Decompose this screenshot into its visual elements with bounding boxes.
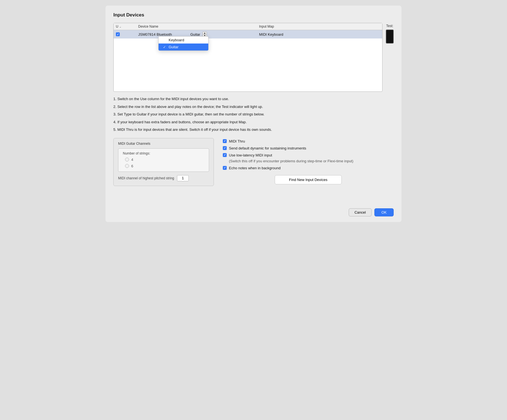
table-header: U ⌄ Device Name Input Map xyxy=(114,23,382,30)
chevron-down-icon: ⌄ xyxy=(119,25,121,28)
midi-channel-input[interactable]: 1 xyxy=(177,175,189,181)
strings-box: Number of strings: 4 6 xyxy=(118,148,209,172)
type-value: Guitar xyxy=(190,32,200,37)
test-indicator xyxy=(386,30,394,44)
radio-group: 4 6 xyxy=(125,158,204,168)
option-send-default: Send default dynamic for sustaining inst… xyxy=(223,146,394,150)
option-midi-thru: MIDI Thru xyxy=(223,139,394,143)
midi-guitar-title: MIDI Guitar Channels xyxy=(118,142,209,146)
radio-4-btn[interactable] xyxy=(125,158,129,161)
radio-4-label: 4 xyxy=(131,158,133,162)
send-default-checkbox[interactable] xyxy=(223,146,227,150)
low-latency-note: (Switch this off if you encounter proble… xyxy=(229,159,394,163)
use-checkbox[interactable] xyxy=(116,32,120,36)
table-section: U ⌄ Device Name Input Map JSM07814 Bluet… xyxy=(113,23,394,92)
low-latency-checkbox[interactable] xyxy=(223,153,227,157)
send-default-label: Send default dynamic for sustaining inst… xyxy=(229,146,306,150)
instructions: 1. Switch on the Use column for the MIDI… xyxy=(113,96,394,132)
option-low-latency: Use low-latency MIDI input xyxy=(223,153,394,157)
midi-channel-label: MIDI channel of highest pitched string xyxy=(118,176,174,180)
instruction-5: 5. MIDI Thru is for input devices that a… xyxy=(113,127,394,132)
use-col-label: U xyxy=(116,25,118,28)
input-map-text: MIDI Keyboard xyxy=(259,32,283,37)
guitar-option-label: Guitar xyxy=(169,45,178,49)
ok-button[interactable]: OK xyxy=(374,208,394,216)
stepper-up-icon[interactable]: ▲ xyxy=(203,32,207,34)
midi-thru-checkbox[interactable] xyxy=(223,139,227,143)
keyboard-option-label: Keyboard xyxy=(169,38,184,42)
midi-guitar-box: MIDI Guitar Channels Number of strings: … xyxy=(113,138,214,186)
col-header-input-map: Input Map xyxy=(259,25,380,28)
input-map-cell: MIDI Keyboard xyxy=(259,32,380,37)
dropdown-item-guitar[interactable]: ✓ Guitar xyxy=(159,44,208,50)
radio-4-strings[interactable]: 4 xyxy=(125,158,204,162)
midi-channel-row: MIDI channel of highest pitched string 1 xyxy=(118,175,209,181)
device-name-text: JSM07814 Bluetooth xyxy=(138,32,172,37)
device-table: U ⌄ Device Name Input Map JSM07814 Bluet… xyxy=(113,23,382,92)
input-devices-dialog: Input Devices U ⌄ Device Name Input Map … xyxy=(106,6,401,222)
col-header-device-name: Device Name xyxy=(138,25,259,28)
table-body: JSM07814 Bluetooth Guitar ▲ ▼ MIDI Keybo… xyxy=(114,30,382,91)
echo-notes-checkbox[interactable] xyxy=(223,166,227,170)
strings-label: Number of strings: xyxy=(123,151,204,155)
col-header-use: U ⌄ xyxy=(116,25,138,28)
find-devices-container: Find New Input Devices xyxy=(223,175,394,184)
dropdown-item-keyboard[interactable]: Keyboard xyxy=(159,37,208,44)
instruction-2: 2. Select the row in the list above and … xyxy=(113,104,394,110)
options-panel: MIDI Thru Send default dynamic for susta… xyxy=(223,138,394,184)
guitar-check: ✓ xyxy=(163,45,167,49)
instruction-3: 3. Set Type to Guitar if your input devi… xyxy=(113,112,394,117)
cancel-button[interactable]: Cancel xyxy=(349,208,372,216)
use-cell xyxy=(116,32,138,36)
radio-6-strings[interactable]: 6 xyxy=(125,164,204,168)
bottom-section: MIDI Guitar Channels Number of strings: … xyxy=(113,138,394,186)
echo-notes-label: Echo notes when in background xyxy=(229,166,281,170)
table-row[interactable]: JSM07814 Bluetooth Guitar ▲ ▼ MIDI Keybo… xyxy=(114,30,382,38)
radio-6-label: 6 xyxy=(131,164,133,168)
instruction-1: 1. Switch on the Use column for the MIDI… xyxy=(113,96,394,102)
low-latency-label: Use low-latency MIDI input xyxy=(229,153,272,157)
find-devices-button[interactable]: Find New Input Devices xyxy=(275,175,342,184)
footer-buttons: Cancel OK xyxy=(113,208,394,216)
midi-thru-label: MIDI Thru xyxy=(229,139,245,143)
instruction-4: 4. If your keyboard has extra faders and… xyxy=(113,119,394,125)
test-section: Test: xyxy=(386,23,394,44)
test-label: Test: xyxy=(386,24,393,28)
radio-6-btn[interactable] xyxy=(125,164,129,168)
dialog-title: Input Devices xyxy=(113,12,394,18)
type-dropdown-popup[interactable]: Keyboard ✓ Guitar xyxy=(158,36,209,51)
option-echo-notes: Echo notes when in background xyxy=(223,166,394,170)
